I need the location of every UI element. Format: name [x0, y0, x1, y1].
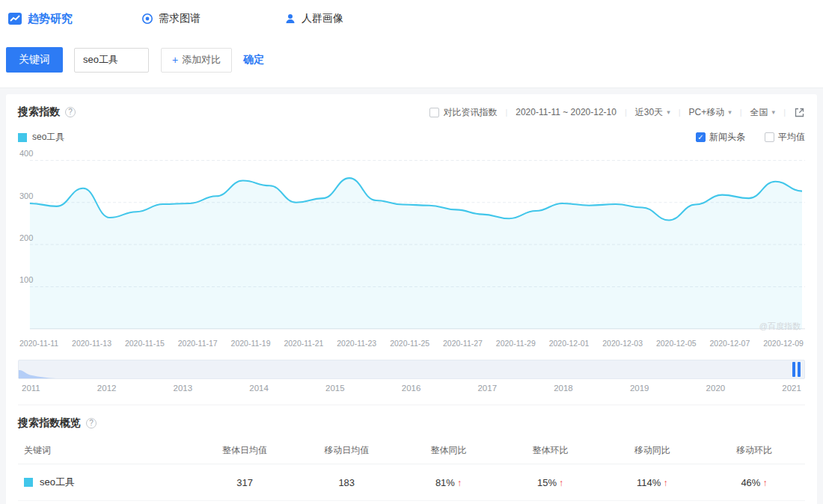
compare-feed-label: 对比资讯指数 — [443, 106, 497, 119]
column-header: 整体同比 — [397, 444, 499, 457]
logo-icon — [7, 11, 22, 26]
timeline-year-label: 2019 — [630, 384, 649, 393]
divider: | — [679, 108, 681, 117]
x-axis-tick: 2020-11-21 — [284, 339, 323, 348]
region-dropdown[interactable]: 全国 ▾ — [750, 106, 776, 119]
value-cell: 183 — [296, 477, 397, 488]
chevron-down-icon: ▾ — [772, 108, 776, 116]
chevron-down-icon: ▾ — [667, 108, 670, 116]
legend-options: ✓ 新闻头条 平均值 — [696, 131, 805, 144]
chevron-down-icon: ▾ — [728, 108, 732, 116]
timeline-year-label: 2013 — [174, 384, 193, 393]
panel-title: 搜索指数 — [18, 105, 60, 119]
y-axis-tick: 400 — [19, 149, 33, 158]
value-cell: 317 — [194, 477, 296, 488]
timeline-year-label: 2017 — [477, 384, 497, 393]
nav-item-label: 需求图谱 — [159, 12, 201, 25]
column-header: 关键词 — [18, 444, 194, 457]
y-axis-tick: 300 — [19, 191, 33, 200]
x-axis-tick: 2020-11-29 — [496, 339, 536, 348]
value-cell: 46%↑ — [703, 477, 805, 488]
average-checkbox[interactable]: 平均值 — [765, 131, 805, 144]
trend-chart-svg[interactable] — [18, 150, 805, 335]
trend-up-icon: ↑ — [559, 478, 563, 488]
divider: | — [625, 108, 627, 117]
keyword-cell[interactable]: seo工具 — [18, 476, 194, 489]
timeline-year-label: 2020 — [706, 384, 726, 393]
overview-title: 搜索指数概览 — [18, 417, 81, 430]
timeline-year-label: 2012 — [97, 384, 117, 393]
keyword-button[interactable]: 关键词 — [6, 47, 63, 73]
add-compare-label: 添加对比 — [182, 53, 221, 67]
export-icon[interactable] — [794, 107, 805, 118]
search-bar: 关键词 + 添加对比 确定 — [0, 37, 823, 87]
overview-title-wrap: 搜索指数概览 ? — [18, 417, 805, 430]
trend-up-icon: ↑ — [457, 478, 462, 488]
trend-up-icon: ↑ — [663, 478, 667, 488]
add-compare-button[interactable]: + 添加对比 — [161, 48, 232, 73]
checkbox-checked-icon[interactable]: ✓ — [696, 132, 706, 142]
x-axis-tick: 2020-11-23 — [337, 339, 376, 348]
column-header: 移动环比 — [703, 444, 805, 457]
timeline-year-label: 2011 — [22, 384, 40, 393]
legend-label: seo工具 — [32, 131, 64, 144]
news-headlines-checkbox[interactable]: ✓ 新闻头条 — [696, 131, 745, 144]
timeline-year-label: 2018 — [554, 384, 573, 393]
trend-chart[interactable]: 400300200100 @百度指数 — [18, 150, 805, 335]
logo[interactable]: 趋势研究 — [7, 11, 73, 26]
table-row: seo工具31718381%↑15%↑114%↑46%↑ — [18, 464, 805, 501]
timeline-year-label: 2021 — [782, 384, 801, 393]
average-label: 平均值 — [778, 131, 805, 144]
column-header: 移动日均值 — [296, 444, 397, 457]
x-axis-tick: 2020-11-27 — [443, 339, 483, 348]
x-axis-tick: 2020-11-13 — [72, 339, 111, 348]
x-axis-tick: 2020-12-01 — [549, 339, 590, 348]
timeline-year-label: 2014 — [249, 384, 269, 393]
legend-row: seo工具 ✓ 新闻头条 平均值 — [18, 131, 805, 144]
confirm-button[interactable]: 确定 — [243, 53, 264, 67]
x-axis-tick: 2020-12-07 — [710, 339, 750, 348]
logo-text: 趋势研究 — [28, 12, 73, 26]
timeline-slider[interactable] — [18, 360, 805, 379]
x-axis-tick: 2020-12-09 — [763, 339, 804, 348]
nav-item-demand-graph[interactable]: 需求图谱 — [141, 12, 201, 25]
timeline-years: 2011201220132014201520162017201820192020… — [18, 384, 805, 394]
divider: | — [740, 108, 742, 117]
time-range-dropdown[interactable]: 近30天 ▾ — [635, 106, 670, 119]
checkbox-icon[interactable] — [429, 108, 439, 117]
x-axis-labels: 2020-11-112020-11-132020-11-152020-11-17… — [18, 339, 805, 348]
top-section: 趋势研究 需求图谱 人群画像 关键词 + 添加对比 确定 — [0, 0, 823, 88]
trend-up-icon: ↑ — [762, 478, 767, 488]
x-axis-tick: 2020-11-11 — [19, 339, 58, 348]
date-range-value: 2020-11-11 ~ 2020-12-10 — [515, 107, 617, 117]
divider: | — [783, 108, 786, 117]
device-value: PC+移动 — [689, 106, 725, 119]
panel-title-wrap: 搜索指数 ? — [18, 105, 76, 119]
panel-header: 搜索指数 ? 对比资讯指数 | 2020-11-11 ~ 2020-12-10 … — [18, 105, 805, 119]
checkbox-icon[interactable] — [765, 132, 774, 142]
device-dropdown[interactable]: PC+移动 ▾ — [689, 106, 732, 119]
watermark: @百度指数 — [759, 321, 801, 332]
top-navigation: 趋势研究 需求图谱 人群画像 — [0, 0, 823, 37]
compare-feed-checkbox[interactable]: 对比资讯指数 — [429, 106, 497, 119]
help-icon[interactable]: ? — [86, 418, 97, 428]
y-axis-tick: 200 — [19, 233, 33, 242]
timeline-year-label: 2015 — [325, 384, 345, 393]
timeline-mini-chart — [19, 360, 804, 378]
chart-controls: 对比资讯指数 | 2020-11-11 ~ 2020-12-10 | 近30天 … — [429, 106, 805, 119]
search-index-panel: 搜索指数 ? 对比资讯指数 | 2020-11-11 ~ 2020-12-10 … — [6, 94, 817, 504]
keyword-input[interactable] — [74, 48, 149, 73]
nav-item-audience-profile[interactable]: 人群画像 — [284, 12, 343, 25]
legend-item[interactable]: seo工具 — [18, 131, 64, 144]
help-icon[interactable]: ? — [65, 107, 76, 117]
value-cell: 114%↑ — [602, 477, 703, 488]
overview-section: 搜索指数概览 ? 关键词整体日均值移动日均值整体同比整体环比移动同比移动环比 s… — [18, 405, 805, 504]
x-axis-tick: 2020-12-05 — [656, 339, 697, 348]
series-swatch — [24, 478, 33, 487]
person-icon — [284, 13, 296, 25]
news-headlines-label: 新闻头条 — [709, 131, 745, 144]
date-range[interactable]: 2020-11-11 ~ 2020-12-10 — [515, 107, 617, 117]
time-range-value: 近30天 — [635, 106, 663, 119]
slider-handle[interactable] — [792, 362, 801, 377]
x-axis-tick: 2020-11-19 — [231, 339, 271, 348]
